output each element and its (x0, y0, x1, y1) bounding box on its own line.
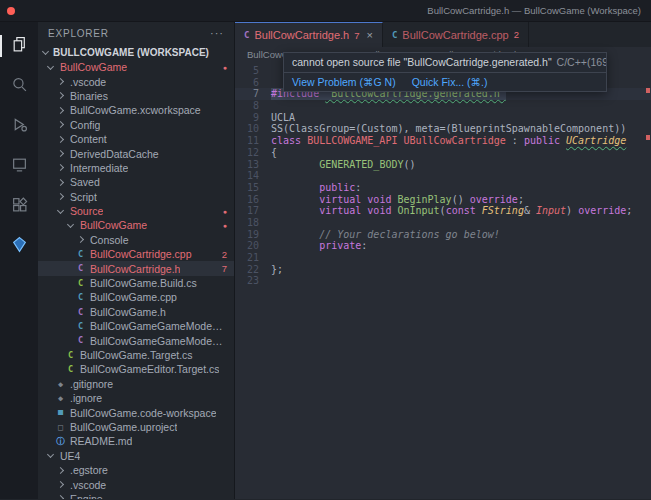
code-line[interactable]: 23 (235, 275, 651, 287)
tree-item[interactable]: Console (38, 233, 234, 247)
modified-dot: ● (223, 208, 227, 215)
tree-item-label: Source (70, 205, 103, 217)
tree-item[interactable]: CBullCowCartridge.h7 (38, 261, 234, 275)
code-line[interactable]: 20 private: (235, 240, 651, 252)
code-line[interactable]: 8 (235, 100, 651, 112)
code-line[interactable]: 14 (235, 170, 651, 182)
chevron-down-icon (47, 451, 54, 458)
code-line[interactable]: 9UCLA (235, 112, 651, 124)
activitybar-extensions[interactable] (0, 186, 38, 226)
activitybar-search[interactable] (0, 66, 38, 106)
close-button[interactable] (7, 7, 15, 15)
tree-item[interactable]: Source● (38, 204, 234, 218)
line-number: 11 (235, 135, 259, 147)
tree-item-label: BullCowGameGameModeBase.h (90, 335, 227, 347)
tree-item-label: BullCowGame.uproject (70, 421, 177, 433)
tree-item[interactable]: .egstore (38, 463, 234, 477)
code-token: override (470, 194, 518, 206)
window-title: BullCowCartridge.h — BullCowGame (Worksp… (427, 5, 641, 16)
chevron-down-icon (57, 207, 64, 214)
code-line[interactable]: 21 (235, 252, 651, 264)
code-line[interactable]: 11class BULLCOWGAME_API UBullCowCartridg… (235, 135, 651, 147)
code-line[interactable]: 15 public: (235, 182, 651, 194)
chevron-down-icon (67, 221, 74, 228)
tree-item[interactable]: Binaries (38, 89, 234, 103)
title-bar: BullCowCartridge.h — BullCowGame (Worksp… (0, 0, 651, 22)
tree-item-label: BullCowGame.h (90, 306, 166, 318)
tree-item[interactable]: Script (38, 190, 234, 204)
editor-tab[interactable]: CBullCowCartridge.h7× (235, 22, 383, 47)
tree-item[interactable]: CBullCowGame.Target.cs (38, 348, 234, 362)
tree-item-label: UE4 (60, 450, 80, 462)
code-token: BULLCOWGAME_API (307, 135, 403, 147)
editor-tab[interactable]: CBullCowCartridge.cpp2 (383, 22, 529, 47)
code-token: UBullCowCartridge (403, 135, 505, 147)
header-file-icon: C (78, 308, 83, 317)
activitybar-unreal-gem[interactable] (0, 226, 38, 266)
tree-item[interactable]: Saved (38, 175, 234, 189)
editor-group: CBullCowCartridge.h7×CBullCowCartridge.c… (235, 22, 651, 499)
tree-item-label: DerivedDataCache (70, 148, 159, 160)
modified-dot: ● (223, 222, 227, 229)
code-line[interactable]: 18 (235, 217, 651, 229)
tree-item-label: Content (70, 133, 107, 145)
chevron-right-icon (56, 136, 63, 143)
line-number: 13 (235, 159, 259, 171)
tree-item[interactable]: Intermediate (38, 161, 234, 175)
tree-item[interactable]: □BullCowGame.uproject (38, 420, 234, 434)
code-line[interactable]: 16 virtual void BeginPlay() override; (235, 194, 651, 206)
header-file-icon: C (78, 336, 83, 345)
tree-item[interactable]: UE4 (38, 449, 234, 463)
code-line[interactable]: 10SS(ClassGroup=(Custom), meta=(Blueprin… (235, 123, 651, 135)
tree-item[interactable]: .vscode (38, 477, 234, 491)
tree-item[interactable]: DerivedDataCache (38, 146, 234, 160)
code-token (271, 240, 319, 252)
tree-item[interactable]: ◆.ignore (38, 391, 234, 405)
tree-item[interactable]: Config (38, 118, 234, 132)
header-file-icon: C (78, 264, 83, 273)
code-line[interactable]: 12{ (235, 147, 651, 159)
code-line[interactable]: 22}; (235, 264, 651, 276)
code-token: // Your declarations go below! (319, 229, 500, 241)
tree-item[interactable]: BullCowGame.xcworkspace (38, 103, 234, 117)
line-number: 22 (235, 264, 259, 276)
code-line[interactable]: 19 // Your declarations go below! (235, 229, 651, 241)
code-token: virtual (319, 194, 367, 206)
quick-fix-link[interactable]: Quick Fix... (⌘.) (412, 76, 488, 88)
problem-message: cannot open source file "BullCowCartridg… (284, 53, 606, 72)
tree-item[interactable]: BullCowGame● (38, 218, 234, 232)
tree-item[interactable]: CBullCowGame.h (38, 305, 234, 319)
cpp-file-icon: C (78, 322, 83, 331)
tree-item[interactable]: Engine (38, 492, 234, 499)
tree-item[interactable]: .vscode (38, 74, 234, 88)
tree-item[interactable]: CBullCowGameGameModeBase.h (38, 333, 234, 347)
activitybar-run-debug[interactable] (0, 106, 38, 146)
tree-item[interactable]: ◆.gitignore (38, 377, 234, 391)
code-line[interactable]: 13 GENERATED_BODY() (235, 159, 651, 171)
tree-item[interactable]: ■BullCowGame.code-workspace (38, 405, 234, 419)
tree-item[interactable]: CBullCowGame.Build.cs (38, 276, 234, 290)
tree-item-label: Script (70, 191, 97, 203)
close-icon[interactable]: × (366, 29, 372, 41)
view-problem-link[interactable]: View Problem (⌘G N) (292, 76, 396, 88)
tree-item-label: .ignore (70, 392, 102, 404)
activitybar-remote-explorer[interactable] (0, 146, 38, 186)
tree-item[interactable]: ⓘREADME.md (38, 434, 234, 448)
tree-item[interactable]: Content (38, 132, 234, 146)
code-token: UCartridge (566, 135, 626, 147)
tree-item[interactable]: CBullCowGameEditor.Target.cs (38, 362, 234, 376)
tree-item[interactable]: BullCowGame● (38, 60, 234, 74)
tree-item[interactable]: CBullCowGameGameModeBase.cpp (38, 319, 234, 333)
workspace-section-header[interactable]: BULLCOWGAME (WORKSPACE) (38, 44, 234, 60)
code-token: : (361, 240, 367, 252)
tree-item[interactable]: CBullCowGame.cpp (38, 290, 234, 304)
file-type-icon: C (392, 30, 397, 40)
activitybar-explorer[interactable] (0, 26, 38, 66)
workbench: EXPLORER ··· BULLCOWGAME (WORKSPACE) Bul… (0, 22, 651, 499)
activity-bar (0, 22, 38, 499)
more-actions-icon[interactable]: ··· (210, 27, 224, 39)
tree-item-label: BullCowGame.code-workspace (70, 407, 216, 419)
code-editor[interactable]: 567#include "BullCowCartridge.generated.… (235, 62, 651, 499)
tree-item[interactable]: CBullCowCartridge.cpp2 (38, 247, 234, 261)
code-line[interactable]: 17 virtual void OnInput(const FString& I… (235, 205, 651, 217)
